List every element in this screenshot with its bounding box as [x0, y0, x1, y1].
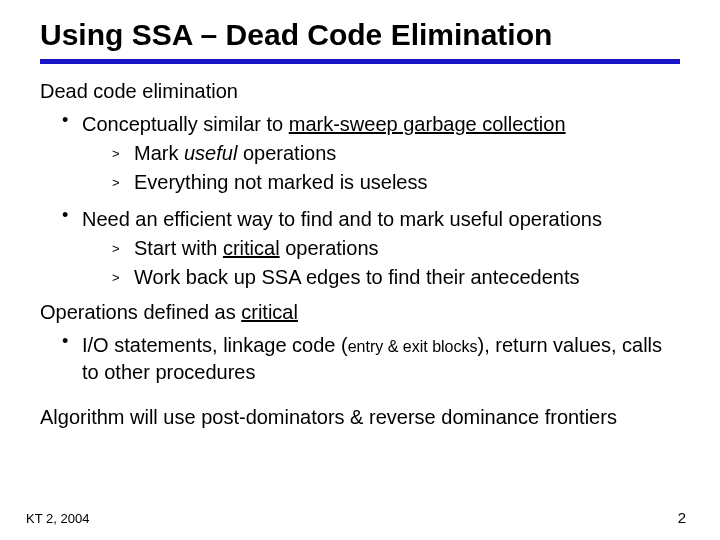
underline-text: critical [241, 301, 298, 323]
text: I/O statements, linkage code ( [82, 334, 348, 356]
section-heading-2: Operations defined as critical [40, 301, 680, 324]
sub-list: Start with critical operations Work back… [82, 235, 680, 291]
underline-text: mark-sweep garbage collection [289, 113, 566, 135]
italic-text: useful [184, 142, 243, 164]
bullet-item: I/O statements, linkage code (entry & ex… [62, 332, 680, 386]
footer-left: KT 2, 2004 [26, 511, 89, 526]
text: Conceptually similar to [82, 113, 289, 135]
bullet-item: Conceptually similar to mark-sweep garba… [62, 111, 680, 196]
closing-line: Algorithm will use post-dominators & rev… [40, 406, 680, 429]
text: Mark [134, 142, 184, 164]
section-heading-1: Dead code elimination [40, 80, 680, 103]
slide-title: Using SSA – Dead Code Elimination [40, 18, 680, 53]
text: Operations defined as [40, 301, 241, 323]
bullet-list-2: I/O statements, linkage code (entry & ex… [40, 332, 680, 386]
text: operations [243, 142, 336, 164]
page-number: 2 [678, 509, 686, 526]
bullet-item: Need an efficient way to find and to mar… [62, 206, 680, 291]
sub-item: Work back up SSA edges to find their ant… [112, 264, 680, 291]
small-text: entry & exit blocks [348, 338, 478, 355]
underline-text: critical [223, 237, 280, 259]
sub-item: Mark useful operations [112, 140, 680, 167]
slide: Using SSA – Dead Code Elimination Dead c… [0, 0, 720, 540]
sub-list: Mark useful operations Everything not ma… [82, 140, 680, 196]
text: Need an efficient way to find and to mar… [82, 208, 602, 230]
bullet-list-1: Conceptually similar to mark-sweep garba… [40, 111, 680, 291]
sub-item: Start with critical operations [112, 235, 680, 262]
sub-item: Everything not marked is useless [112, 169, 680, 196]
text: operations [280, 237, 379, 259]
text: Start with [134, 237, 223, 259]
title-rule [40, 59, 680, 64]
